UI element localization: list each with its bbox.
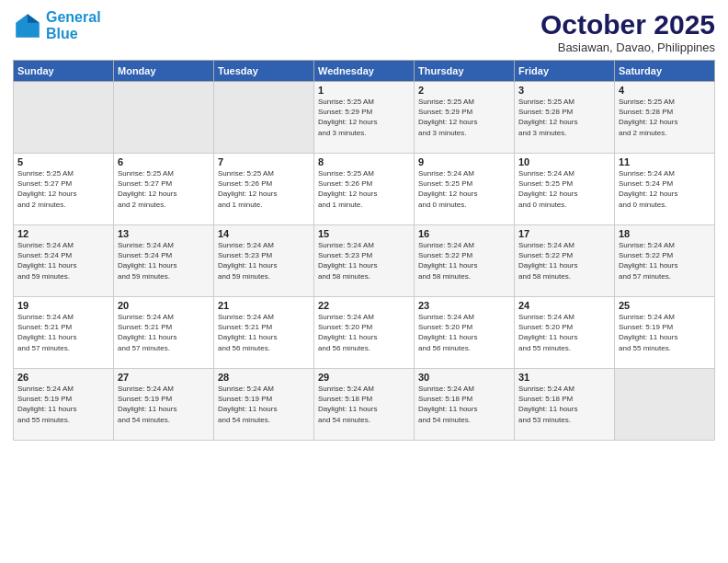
calendar-cell: 18Sunrise: 5:24 AM Sunset: 5:22 PM Dayli…: [615, 225, 715, 297]
calendar-cell: 17Sunrise: 5:24 AM Sunset: 5:22 PM Dayli…: [515, 225, 615, 297]
day-number: 31: [518, 372, 610, 383]
day-info: Sunrise: 5:24 AM Sunset: 5:21 PM Dayligh…: [17, 312, 109, 353]
day-number: 12: [17, 228, 109, 239]
weekday-header: Thursday: [415, 61, 515, 82]
day-number: 2: [418, 85, 510, 96]
calendar-cell: 26Sunrise: 5:24 AM Sunset: 5:19 PM Dayli…: [14, 369, 114, 441]
calendar-cell: 29Sunrise: 5:24 AM Sunset: 5:18 PM Dayli…: [314, 369, 415, 441]
day-number: 1: [318, 85, 410, 96]
day-info: Sunrise: 5:24 AM Sunset: 5:19 PM Dayligh…: [218, 384, 310, 425]
weekday-header: Saturday: [615, 61, 715, 82]
weekday-header: Friday: [515, 61, 615, 82]
day-number: 22: [318, 300, 410, 311]
day-number: 8: [318, 156, 410, 167]
calendar-cell: 3Sunrise: 5:25 AM Sunset: 5:28 PM Daylig…: [515, 82, 615, 154]
day-info: Sunrise: 5:24 AM Sunset: 5:24 PM Dayligh…: [619, 168, 711, 210]
calendar-cell: 27Sunrise: 5:24 AM Sunset: 5:19 PM Dayli…: [114, 369, 214, 441]
day-number: 5: [17, 156, 109, 167]
day-info: Sunrise: 5:24 AM Sunset: 5:19 PM Dayligh…: [17, 384, 109, 425]
calendar-cell: [14, 82, 114, 154]
day-number: 10: [518, 156, 610, 167]
day-number: 19: [17, 300, 109, 311]
calendar-week-row: 12Sunrise: 5:24 AM Sunset: 5:24 PM Dayli…: [14, 225, 715, 297]
calendar-cell: 19Sunrise: 5:24 AM Sunset: 5:21 PM Dayli…: [14, 297, 114, 369]
day-info: Sunrise: 5:24 AM Sunset: 5:23 PM Dayligh…: [318, 240, 410, 282]
calendar-cell: 31Sunrise: 5:24 AM Sunset: 5:18 PM Dayli…: [515, 369, 615, 441]
calendar-cell: 30Sunrise: 5:24 AM Sunset: 5:18 PM Dayli…: [415, 369, 515, 441]
day-info: Sunrise: 5:24 AM Sunset: 5:22 PM Dayligh…: [619, 240, 711, 282]
day-info: Sunrise: 5:25 AM Sunset: 5:27 PM Dayligh…: [17, 168, 109, 210]
calendar-cell: 7Sunrise: 5:25 AM Sunset: 5:26 PM Daylig…: [214, 154, 314, 225]
calendar-cell: 20Sunrise: 5:24 AM Sunset: 5:21 PM Dayli…: [114, 297, 214, 369]
calendar-cell: 14Sunrise: 5:24 AM Sunset: 5:23 PM Dayli…: [214, 225, 314, 297]
day-info: Sunrise: 5:24 AM Sunset: 5:22 PM Dayligh…: [418, 240, 510, 282]
calendar-cell: 12Sunrise: 5:24 AM Sunset: 5:24 PM Dayli…: [14, 225, 114, 297]
header: General Blue October 2025 Basiawan, Dava…: [13, 9, 715, 54]
day-info: Sunrise: 5:24 AM Sunset: 5:19 PM Dayligh…: [118, 384, 210, 425]
day-number: 27: [118, 372, 210, 383]
day-info: Sunrise: 5:24 AM Sunset: 5:23 PM Dayligh…: [218, 240, 310, 282]
weekday-header-row: SundayMondayTuesdayWednesdayThursdayFrid…: [14, 61, 715, 82]
day-number: 18: [619, 228, 711, 239]
day-info: Sunrise: 5:24 AM Sunset: 5:20 PM Dayligh…: [418, 312, 510, 353]
logo-text: General Blue: [46, 9, 101, 41]
day-info: Sunrise: 5:24 AM Sunset: 5:21 PM Dayligh…: [118, 312, 210, 353]
calendar-week-row: 26Sunrise: 5:24 AM Sunset: 5:19 PM Dayli…: [14, 369, 715, 441]
day-info: Sunrise: 5:25 AM Sunset: 5:28 PM Dayligh…: [518, 97, 610, 138]
weekday-header: Wednesday: [314, 61, 415, 82]
day-info: Sunrise: 5:25 AM Sunset: 5:29 PM Dayligh…: [418, 97, 510, 138]
day-number: 6: [118, 156, 210, 167]
calendar-cell: 22Sunrise: 5:24 AM Sunset: 5:20 PM Dayli…: [314, 297, 415, 369]
day-number: 29: [318, 372, 410, 383]
day-info: Sunrise: 5:24 AM Sunset: 5:22 PM Dayligh…: [518, 240, 610, 282]
day-number: 26: [17, 372, 109, 383]
day-info: Sunrise: 5:25 AM Sunset: 5:27 PM Dayligh…: [118, 168, 210, 210]
title-block: October 2025 Basiawan, Davao, Philippine…: [540, 9, 715, 54]
calendar-cell: 13Sunrise: 5:24 AM Sunset: 5:24 PM Dayli…: [114, 225, 214, 297]
day-number: 28: [218, 372, 310, 383]
day-number: 7: [218, 156, 310, 167]
calendar-cell: 9Sunrise: 5:24 AM Sunset: 5:25 PM Daylig…: [415, 154, 515, 225]
day-info: Sunrise: 5:24 AM Sunset: 5:18 PM Dayligh…: [318, 384, 410, 425]
calendar-cell: 21Sunrise: 5:24 AM Sunset: 5:21 PM Dayli…: [214, 297, 314, 369]
day-number: 24: [518, 300, 610, 311]
day-number: 13: [118, 228, 210, 239]
calendar-cell: 6Sunrise: 5:25 AM Sunset: 5:27 PM Daylig…: [114, 154, 214, 225]
calendar-cell: 2Sunrise: 5:25 AM Sunset: 5:29 PM Daylig…: [415, 82, 515, 154]
calendar-cell: 16Sunrise: 5:24 AM Sunset: 5:22 PM Dayli…: [415, 225, 515, 297]
day-number: 11: [619, 156, 711, 167]
day-info: Sunrise: 5:24 AM Sunset: 5:25 PM Dayligh…: [418, 168, 510, 210]
calendar-cell: 25Sunrise: 5:24 AM Sunset: 5:19 PM Dayli…: [615, 297, 715, 369]
day-number: 17: [518, 228, 610, 239]
calendar-cell: 24Sunrise: 5:24 AM Sunset: 5:20 PM Dayli…: [515, 297, 615, 369]
calendar-cell: 1Sunrise: 5:25 AM Sunset: 5:29 PM Daylig…: [314, 82, 415, 154]
day-number: 3: [518, 85, 610, 96]
day-number: 14: [218, 228, 310, 239]
day-info: Sunrise: 5:24 AM Sunset: 5:24 PM Dayligh…: [17, 240, 109, 282]
day-info: Sunrise: 5:24 AM Sunset: 5:21 PM Dayligh…: [218, 312, 310, 353]
calendar-cell: 23Sunrise: 5:24 AM Sunset: 5:20 PM Dayli…: [415, 297, 515, 369]
day-info: Sunrise: 5:25 AM Sunset: 5:28 PM Dayligh…: [619, 97, 711, 138]
day-info: Sunrise: 5:25 AM Sunset: 5:26 PM Dayligh…: [318, 168, 410, 210]
calendar-cell: 11Sunrise: 5:24 AM Sunset: 5:24 PM Dayli…: [615, 154, 715, 225]
day-number: 9: [418, 156, 510, 167]
logo: General Blue: [13, 9, 101, 41]
day-number: 15: [318, 228, 410, 239]
calendar-cell: 8Sunrise: 5:25 AM Sunset: 5:26 PM Daylig…: [314, 154, 415, 225]
page-container: General Blue October 2025 Basiawan, Dava…: [0, 0, 728, 450]
day-number: 4: [619, 85, 711, 96]
day-info: Sunrise: 5:24 AM Sunset: 5:20 PM Dayligh…: [518, 312, 610, 353]
calendar-cell: [214, 82, 314, 154]
calendar-week-row: 19Sunrise: 5:24 AM Sunset: 5:21 PM Dayli…: [14, 297, 715, 369]
day-info: Sunrise: 5:24 AM Sunset: 5:18 PM Dayligh…: [418, 384, 510, 425]
day-info: Sunrise: 5:24 AM Sunset: 5:18 PM Dayligh…: [518, 384, 610, 425]
day-number: 25: [619, 300, 711, 311]
day-number: 30: [418, 372, 510, 383]
month-title: October 2025: [540, 9, 715, 40]
calendar-cell: 15Sunrise: 5:24 AM Sunset: 5:23 PM Dayli…: [314, 225, 415, 297]
weekday-header: Monday: [114, 61, 214, 82]
day-number: 16: [418, 228, 510, 239]
calendar-cell: 10Sunrise: 5:24 AM Sunset: 5:25 PM Dayli…: [515, 154, 615, 225]
day-info: Sunrise: 5:25 AM Sunset: 5:29 PM Dayligh…: [318, 97, 410, 138]
day-number: 21: [218, 300, 310, 311]
